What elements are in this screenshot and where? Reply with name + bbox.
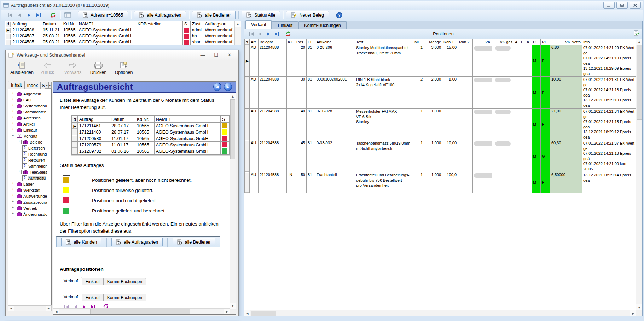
- expand-icon[interactable]: +: [11, 92, 15, 96]
- expand-icon[interactable]: +: [17, 140, 22, 144]
- tree-item[interactable]: ?Sammeldr: [8, 163, 51, 169]
- expand-icon[interactable]: +: [11, 182, 15, 186]
- scroll-right-icon[interactable]: ►: [224, 309, 230, 314]
- tab-verkauf[interactable]: Verkauf: [245, 20, 272, 29]
- scroll-left-icon[interactable]: ◄: [8, 306, 14, 311]
- forward-button[interactable]: Vorwärts: [60, 62, 86, 75]
- next-record-button[interactable]: [264, 30, 273, 38]
- previous-record-button[interactable]: [256, 30, 264, 38]
- alle-bediener-button[interactable]: alle Bediener: [173, 238, 215, 246]
- table-row[interactable]: 211204585 05.03.21 10565 AGEO-Systemhaus…: [5, 39, 238, 45]
- collapse-icon[interactable]: −: [11, 134, 15, 138]
- expand-icon[interactable]: +: [11, 128, 15, 132]
- tree-item[interactable]: +Adressen: [8, 115, 51, 121]
- topic-previous-button[interactable]: ◀: [213, 83, 221, 91]
- scrollbar-thumb[interactable]: [230, 99, 235, 159]
- refresh-icon[interactable]: [49, 11, 57, 19]
- tab-verkauf[interactable]: Verkauf: [60, 293, 82, 301]
- tree-item[interactable]: ?Rechnung: [8, 151, 51, 157]
- scroll-right-icon[interactable]: ►: [46, 306, 51, 311]
- filter-auftragsarten-button[interactable]: alle Auftragsarten: [134, 11, 186, 19]
- tab-inhalt[interactable]: Inhalt: [8, 81, 25, 89]
- tree-item[interactable]: +Änderungsdo: [8, 211, 51, 217]
- scroll-down-icon[interactable]: ▼: [230, 303, 236, 309]
- expand-icon[interactable]: +: [11, 200, 15, 204]
- expand-icon[interactable]: +: [11, 188, 15, 192]
- last-record-button[interactable]: [273, 30, 281, 38]
- expand-icon[interactable]: +: [11, 122, 15, 126]
- expand-icon[interactable]: +: [11, 110, 15, 114]
- scrollbar-thumb[interactable]: [251, 311, 276, 316]
- previous-record-button[interactable]: [15, 11, 24, 19]
- tree-item[interactable]: +Auswertunge: [8, 193, 51, 199]
- alle-auftragsarten-button[interactable]: alle Auftragsarten: [111, 238, 163, 246]
- tree-item[interactable]: +Stammdaten: [8, 109, 51, 115]
- tab-einkauf[interactable]: Einkauf: [82, 278, 104, 285]
- print-button[interactable]: Drucken: [86, 62, 111, 75]
- tab-scroll-right-icon[interactable]: ►: [48, 82, 52, 89]
- orders-vertical-scrollbar[interactable]: ▲: [234, 21, 241, 45]
- help-close-button[interactable]: ✕: [226, 52, 233, 58]
- tree-item[interactable]: ?Retouren: [8, 157, 51, 163]
- next-record-button[interactable]: [25, 11, 33, 19]
- tree-horizontal-scrollbar[interactable]: ◄ ►: [8, 305, 52, 311]
- tree-item[interactable]: ?Liefersch: [8, 145, 51, 151]
- expand-icon[interactable]: +: [11, 116, 15, 120]
- back-button[interactable]: Zurück: [35, 62, 60, 75]
- minimize-button[interactable]: [603, 2, 615, 9]
- table-row[interactable]: AU 211204588 45 81 0-33-932 Taschenbandm…: [245, 140, 636, 172]
- hide-panel-button[interactable]: Ausblenden: [9, 62, 35, 75]
- tree-item[interactable]: +TeleSales: [8, 169, 51, 175]
- help-vertical-scrollbar[interactable]: ▲ ▼: [230, 93, 236, 309]
- tree-item[interactable]: +Artikel: [8, 121, 51, 127]
- help-horizontal-scrollbar[interactable]: ◄ ►: [53, 308, 230, 314]
- table-row[interactable]: AU 211204588 40 81 0-10-028 Messerholste…: [245, 109, 636, 140]
- positions-horizontal-scrollbar[interactable]: ◄ ►: [244, 310, 636, 316]
- tab-verkauf[interactable]: Verkauf: [60, 277, 82, 285]
- table-row[interactable]: ▶ AU 211204588 20 81 0-28-206 Stanley Mu…: [245, 45, 636, 77]
- positions-vertical-scrollbar[interactable]: ▲ ▼: [636, 39, 642, 310]
- tab-scroll-left-icon[interactable]: ◄: [45, 82, 48, 89]
- expand-icon[interactable]: +: [11, 104, 15, 108]
- scrollbar-thumb[interactable]: [90, 309, 190, 314]
- scroll-up-icon[interactable]: ▲: [230, 93, 236, 99]
- expand-icon[interactable]: +: [11, 194, 15, 198]
- first-record-button[interactable]: [247, 30, 256, 38]
- expand-icon[interactable]: +: [11, 206, 15, 210]
- tree-item[interactable]: +Zusatzprogra: [8, 199, 51, 205]
- paste-position-icon[interactable]: [633, 30, 639, 37]
- table-row[interactable]: ▶ 211204588 15.11.21 10565 AGEO-Systemha…: [5, 27, 238, 33]
- tree-item[interactable]: +Lager: [8, 181, 51, 187]
- expand-icon[interactable]: +: [11, 98, 15, 102]
- tab-komm-buchungen[interactable]: Komm-Buchungen: [103, 294, 146, 301]
- scrollbar-thumb[interactable]: [637, 45, 642, 120]
- topic-next-button[interactable]: ▶: [224, 83, 232, 91]
- tree-item[interactable]: +FAQ: [8, 97, 51, 103]
- scroll-right-icon[interactable]: ►: [630, 310, 636, 316]
- grid-view-icon[interactable]: [63, 11, 72, 19]
- table-row[interactable]: AU 211204588 30 81 00001002002001 DIN 1 …: [245, 77, 636, 109]
- scroll-left-icon[interactable]: ◄: [53, 309, 59, 314]
- tree-item-selected[interactable]: ?Auftragsü: [8, 175, 51, 181]
- tab-komm-buchungen[interactable]: Komm-Buchungen: [298, 21, 347, 29]
- expand-icon[interactable]: +: [17, 170, 22, 174]
- refresh-icon[interactable]: [284, 30, 292, 38]
- first-record-button[interactable]: [6, 11, 14, 19]
- help-maximize-button[interactable]: ☐: [212, 52, 220, 58]
- table-row[interactable]: AU 211204588 N 50 81 Frachtanteil Fracht…: [245, 172, 636, 193]
- options-button[interactable]: Optionen: [111, 62, 137, 75]
- tree-item[interactable]: +Systemmenü: [8, 103, 51, 109]
- restore-button[interactable]: [616, 2, 628, 9]
- close-button[interactable]: [630, 2, 641, 9]
- scroll-down-icon[interactable]: ▼: [636, 304, 642, 310]
- scroll-up-icon[interactable]: ▲: [636, 39, 642, 45]
- tree-item[interactable]: +Allgemein: [8, 91, 51, 97]
- help-icon[interactable]: ?: [335, 11, 343, 19]
- tree-item[interactable]: −Verkauf: [8, 133, 51, 139]
- tab-index[interactable]: Index: [24, 82, 41, 89]
- table-row[interactable]: 211204587 25.08.21 10565 AGEO-Systemhaus…: [5, 33, 238, 39]
- tab-suchen[interactable]: S: [40, 82, 45, 89]
- filter-bediener-button[interactable]: alle Bediener: [192, 11, 236, 19]
- tree-item[interactable]: +Einkauf: [8, 127, 51, 133]
- refresh-icon[interactable]: [103, 304, 109, 309]
